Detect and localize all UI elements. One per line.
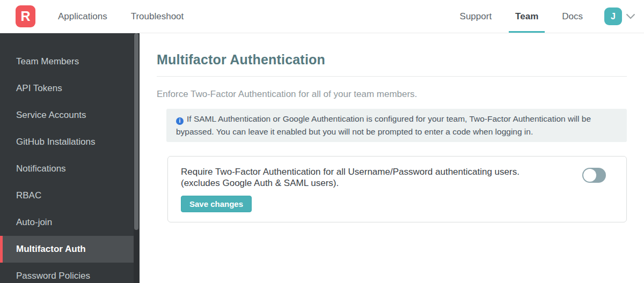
sidebar-item-rbac[interactable]: RBAC [0,182,140,209]
sidebar-scrollbar-thumb[interactable] [134,33,138,230]
info-callout-text: If SAML Authentication or Google Authent… [176,114,591,136]
two-factor-requirement-line1: Require Two-Factor Authentication for al… [181,166,554,177]
nav-docs[interactable]: Docs [562,0,583,33]
rollbar-logo[interactable]: R [16,5,35,27]
primary-nav: Applications Troubleshoot [58,11,184,22]
require-two-factor-toggle[interactable] [582,168,606,183]
top-navbar: R Applications Troubleshoot Support Team… [0,0,644,33]
main-content: Multifactor Authentication Enforce Two-F… [140,52,644,222]
sidebar-item-team-members[interactable]: Team Members [0,48,140,75]
sidebar-item-multifactor-auth[interactable]: Multifactor Auth [0,236,140,263]
avatar[interactable]: J [604,8,622,25]
sidebar-item-service-accounts[interactable]: Service Accounts [0,102,140,129]
save-changes-button[interactable]: Save changes [181,196,252,212]
info-callout: iIf SAML Authentication or Google Authen… [166,109,627,142]
two-factor-requirement-text: Require Two-Factor Authentication for al… [181,166,613,189]
chevron-down-icon[interactable] [626,13,635,19]
two-factor-settings-card: Require Two-Factor Authentication for al… [167,156,627,222]
team-settings-sidebar: Team Members API Tokens Service Accounts… [0,33,140,283]
sidebar-item-github-installations[interactable]: GitHub Installations [0,129,140,155]
logo-letter: R [20,9,30,24]
navbar-left: R Applications Troubleshoot [0,0,184,33]
sidebar-item-api-tokens[interactable]: API Tokens [0,75,140,102]
page-description: Enforce Two-Factor Authentication for al… [157,89,627,100]
active-tab-underline [509,31,545,33]
user-menu[interactable]: J [604,0,635,33]
sidebar-item-auto-join[interactable]: Auto-join [0,209,140,236]
sidebar-item-notifications[interactable]: Notifications [0,155,140,182]
page-title: Multifactor Authentication [157,52,627,68]
sidebar-item-password-policies[interactable]: Password Policies [0,263,140,283]
nav-troubleshoot[interactable]: Troubleshoot [131,11,184,22]
title-divider [157,76,627,77]
nav-support[interactable]: Support [460,0,492,33]
nav-applications[interactable]: Applications [58,11,107,22]
nav-team[interactable]: Team [509,0,545,33]
nav-team-label: Team [515,11,538,22]
toggle-knob [583,169,596,182]
two-factor-requirement-line2: (excludes Google Auth & SAML users). [181,177,554,189]
navbar-right: Support Team Docs J [460,0,644,33]
info-icon: i [176,117,184,125]
